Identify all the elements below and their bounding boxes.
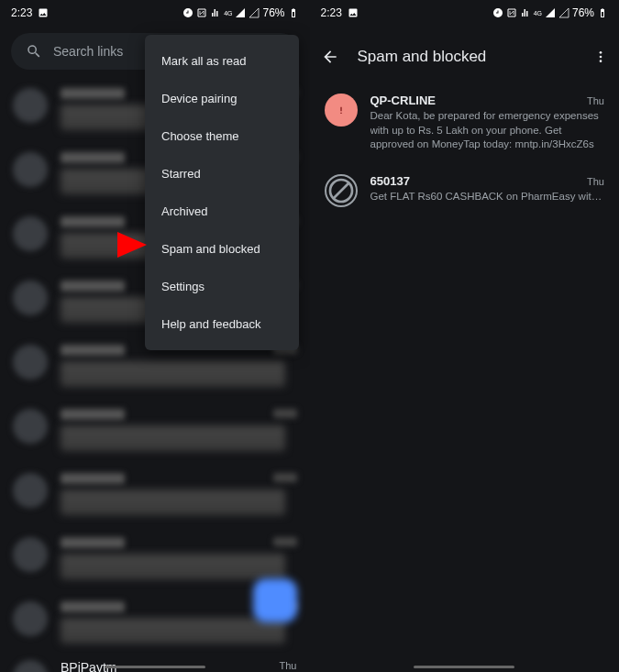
avatar	[13, 409, 48, 444]
battery-icon	[597, 7, 608, 18]
network-label: 4G	[534, 10, 542, 17]
menu-item-spam-blocked[interactable]: Spam and blocked	[145, 230, 299, 268]
signal-icon-2	[249, 7, 260, 18]
signal-icon-2	[558, 7, 569, 18]
compose-fab[interactable]	[253, 578, 297, 622]
blocked-avatar	[325, 174, 358, 207]
more-icon[interactable]	[593, 50, 608, 64]
menu-item-archived[interactable]: Archived	[145, 193, 299, 230]
svg-line-4	[334, 183, 348, 198]
image-icon	[348, 7, 359, 18]
menu-item-mark-read[interactable]: Mark all as read	[145, 42, 299, 80]
avatar	[13, 537, 48, 572]
menu-item-starred[interactable]: Starred	[145, 155, 299, 193]
warning-avatar	[325, 94, 358, 127]
search-placeholder: Search links	[53, 44, 123, 59]
list-item[interactable]: BPiPaytm Thu	[0, 655, 310, 672]
nav-handle	[414, 666, 514, 668]
spam-preview: Dear Kota, be prepared for emergency exp…	[370, 109, 605, 152]
battery-percent: 76%	[572, 6, 594, 19]
menu-item-choose-theme[interactable]: Choose theme	[145, 117, 299, 155]
search-icon	[26, 43, 42, 60]
data-icon	[210, 7, 221, 18]
clock: 2:23	[11, 6, 32, 19]
signal-icon	[545, 7, 556, 18]
alarm-icon	[182, 7, 193, 18]
spam-item[interactable]: QP-CRLINE Thu Dear Kota, be prepared for…	[310, 83, 620, 163]
clock: 2:23	[321, 6, 342, 19]
nfc-icon	[506, 7, 517, 18]
left-screen: 2:23 4G 76% Search links	[0, 0, 310, 672]
spam-time: Thu	[587, 95, 604, 106]
spam-item[interactable]: 650137 Thu Get FLAT Rs60 CASHBACK on Pha…	[310, 163, 620, 218]
svg-point-0	[600, 51, 602, 54]
menu-item-help[interactable]: Help and feedback	[145, 305, 299, 343]
back-icon[interactable]	[321, 48, 339, 66]
battery-icon	[288, 7, 299, 18]
avatar	[13, 88, 48, 123]
image-icon	[38, 7, 49, 18]
menu-item-device-pairing[interactable]: Device pairing	[145, 80, 299, 117]
svg-point-1	[600, 56, 602, 59]
message-time: Thu	[280, 660, 297, 672]
alarm-icon	[492, 7, 503, 18]
avatar	[13, 601, 48, 636]
right-screen: 2:23 4G 76% Spam and blocked QP-CRLINE T…	[310, 0, 620, 672]
avatar	[13, 281, 48, 315]
block-icon	[326, 175, 356, 206]
avatar	[13, 345, 48, 380]
avatar	[13, 152, 48, 187]
data-icon	[520, 7, 531, 18]
signal-icon	[235, 7, 246, 18]
app-bar: Spam and blocked	[310, 31, 620, 83]
spam-sender: 650137	[370, 174, 410, 188]
avatar	[13, 660, 48, 672]
list-item[interactable]	[0, 398, 310, 462]
svg-point-2	[600, 60, 602, 62]
nfc-icon	[196, 7, 207, 18]
avatar	[13, 216, 48, 251]
page-title: Spam and blocked	[358, 48, 576, 66]
spam-sender: QP-CRLINE	[370, 94, 437, 107]
menu-item-settings[interactable]: Settings	[145, 268, 299, 305]
status-bar: 2:23 4G 76%	[310, 0, 620, 26]
network-label: 4G	[224, 10, 232, 17]
spam-preview: Get FLAT Rs60 CASHBACK on PharmEasy with…	[370, 190, 605, 204]
exclamation-icon	[334, 103, 348, 117]
overflow-menu: Mark all as read Device pairing Choose t…	[145, 35, 299, 350]
status-bar: 2:23 4G 76%	[0, 0, 310, 26]
avatar	[13, 473, 48, 508]
list-item[interactable]	[0, 462, 310, 526]
nav-handle	[105, 666, 205, 668]
battery-percent: 76%	[262, 6, 284, 19]
annotation-arrow	[55, 226, 147, 263]
spam-time: Thu	[587, 176, 604, 187]
